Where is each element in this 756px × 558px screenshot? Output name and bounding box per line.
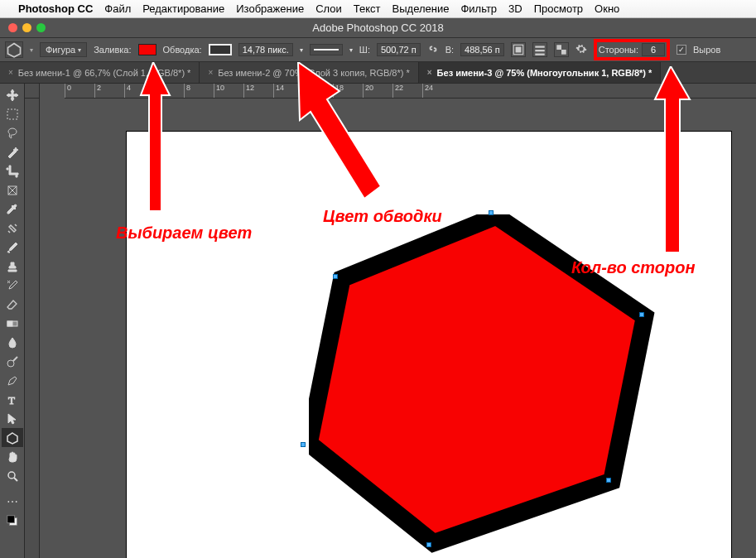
svg-point-18 — [8, 472, 15, 479]
document-canvas[interactable] — [127, 132, 731, 558]
zoom-tool-icon[interactable] — [2, 466, 23, 485]
stroke-color-swatch[interactable] — [209, 44, 232, 55]
shape-mode-dropdown[interactable]: Фигура ▾ — [40, 42, 87, 57]
more-tools-icon[interactable]: ⋯ — [2, 492, 23, 511]
window-title: Adobe Photoshop CC 2018 — [0, 22, 756, 34]
height-label: В: — [445, 45, 454, 55]
menu-3d[interactable]: 3D — [508, 2, 522, 15]
svg-line-15 — [13, 357, 17, 361]
doc-tab-1[interactable]: × Без имени-1 @ 66,7% (Слой 1, RGB/8*) * — [0, 62, 200, 83]
width-label: Ш: — [359, 45, 370, 55]
path-options-icon[interactable] — [554, 42, 569, 57]
mac-menubar[interactable]: Photoshop CC Файл Редактирование Изображ… — [0, 0, 756, 18]
path-arrange-icon[interactable] — [532, 42, 547, 57]
fill-label: Заливка: — [94, 45, 131, 55]
foreground-background-colors[interactable] — [2, 511, 23, 530]
align-edges-checkbox[interactable]: ✓ — [677, 45, 686, 55]
fill-color-swatch[interactable] — [138, 44, 156, 55]
menu-layers[interactable]: Слои — [315, 2, 342, 15]
crop-tool-icon[interactable] — [2, 161, 23, 180]
blur-tool-icon[interactable] — [2, 333, 23, 352]
menu-edit[interactable]: Редактирование — [142, 2, 224, 15]
svg-line-19 — [14, 478, 17, 481]
eyedropper-tool-icon[interactable] — [2, 200, 23, 219]
path-select-tool-icon[interactable] — [2, 409, 23, 428]
svg-marker-17 — [7, 433, 17, 444]
hand-tool-icon[interactable] — [2, 447, 23, 466]
transform-handle[interactable] — [606, 478, 611, 483]
lasso-tool-icon[interactable] — [2, 123, 23, 142]
menu-filter[interactable]: Фильтр — [460, 2, 497, 15]
chevron-down-icon[interactable]: ▾ — [349, 46, 353, 54]
menu-select[interactable]: Выделение — [392, 2, 450, 15]
marquee-tool-icon[interactable] — [2, 104, 23, 123]
svg-rect-3 — [535, 46, 544, 47]
path-align-icon[interactable] — [511, 42, 526, 57]
svg-marker-0 — [8, 44, 21, 57]
close-icon[interactable]: × — [8, 68, 13, 77]
menu-window[interactable]: Окно — [595, 2, 619, 15]
width-input[interactable]: 500,72 п — [377, 43, 421, 56]
annotation-stroke-color: Цвет обводки — [323, 207, 442, 226]
healing-tool-icon[interactable] — [2, 219, 23, 238]
transform-handle[interactable] — [489, 210, 494, 215]
ruler-origin[interactable] — [25, 84, 40, 99]
close-icon[interactable]: × — [208, 68, 213, 77]
annotation-sides-count: Кол-во сторон — [571, 258, 696, 277]
gear-icon[interactable] — [575, 43, 587, 56]
stroke-style-dropdown[interactable] — [310, 44, 343, 55]
chevron-down-icon[interactable]: ▾ — [300, 46, 303, 54]
stroke-label: Обводка: — [163, 45, 202, 55]
wand-tool-icon[interactable] — [2, 142, 23, 161]
stamp-tool-icon[interactable] — [2, 257, 23, 276]
svg-rect-5 — [535, 54, 544, 55]
transform-handle[interactable] — [301, 442, 306, 447]
options-bar: ▾ Фигура ▾ Заливка: Обводка: 14,78 пикс.… — [0, 37, 756, 62]
doc-tab-label: Без имени-1 @ 66,7% (Слой 1, RGB/8*) * — [18, 68, 191, 78]
stroke-width-input[interactable]: 14,78 пикс. — [238, 43, 293, 56]
svg-rect-13 — [7, 321, 12, 326]
shape-mode-label: Фигура — [46, 45, 75, 55]
close-icon[interactable]: × — [427, 68, 432, 77]
frame-tool-icon[interactable] — [2, 180, 23, 200]
annotation-fill-color: Выбираем цвет — [116, 224, 252, 243]
current-tool-icon[interactable] — [5, 41, 23, 58]
dodge-tool-icon[interactable] — [2, 352, 23, 371]
height-input[interactable]: 488,56 п — [460, 43, 504, 56]
app-name[interactable]: Photoshop CC — [18, 2, 93, 15]
doc-tab-label: Без имени-3 @ 75% (Многоугольник 1, RGB/… — [437, 68, 652, 78]
menu-text[interactable]: Текст — [354, 2, 381, 15]
gradient-tool-icon[interactable] — [2, 314, 23, 333]
type-tool-icon[interactable]: T — [2, 390, 23, 409]
svg-rect-6 — [556, 45, 561, 50]
align-edges-label: Выров — [693, 45, 720, 55]
sides-label: Стороны: — [599, 45, 638, 55]
link-icon[interactable] — [427, 43, 439, 56]
menu-view[interactable]: Просмотр — [534, 2, 583, 15]
window-titlebar: Adobe Photoshop CC 2018 — [0, 18, 756, 37]
doc-tab-3[interactable]: × Без имени-3 @ 75% (Многоугольник 1, RG… — [419, 62, 662, 83]
brush-tool-icon[interactable] — [2, 238, 23, 257]
transform-handle[interactable] — [639, 312, 644, 317]
doc-tab-2[interactable]: × Без имени-2 @ 70% (Слой 3 копия, RGB/8… — [200, 62, 418, 83]
doc-tab-label: Без имени-2 @ 70% (Слой 3 копия, RGB/8*)… — [218, 68, 410, 78]
shape-tool-icon[interactable] — [2, 428, 23, 447]
chevron-down-icon: ▾ — [78, 46, 81, 54]
ruler-horizontal: 02 46 810 1214 1618 2022 24 — [65, 84, 756, 98]
canvas-area: 02 46 810 1214 1618 2022 24 — [25, 84, 756, 558]
svg-rect-8 — [7, 109, 17, 119]
pen-tool-icon[interactable] — [2, 371, 23, 390]
svg-rect-7 — [561, 50, 566, 55]
history-brush-tool-icon[interactable] — [2, 276, 23, 295]
transform-handle[interactable] — [333, 274, 338, 279]
menu-image[interactable]: Изображение — [236, 2, 304, 15]
menu-file[interactable]: Файл — [104, 2, 131, 15]
eraser-tool-icon[interactable] — [2, 295, 23, 314]
tools-panel: T ⋯ — [0, 84, 25, 558]
transform-handle[interactable] — [426, 542, 431, 547]
svg-rect-21 — [7, 515, 14, 522]
move-tool-icon[interactable] — [2, 85, 23, 104]
sides-input[interactable]: 6 — [642, 43, 665, 56]
sides-control-highlight: Стороны: 6 — [594, 39, 670, 60]
ruler-vertical — [25, 84, 40, 558]
